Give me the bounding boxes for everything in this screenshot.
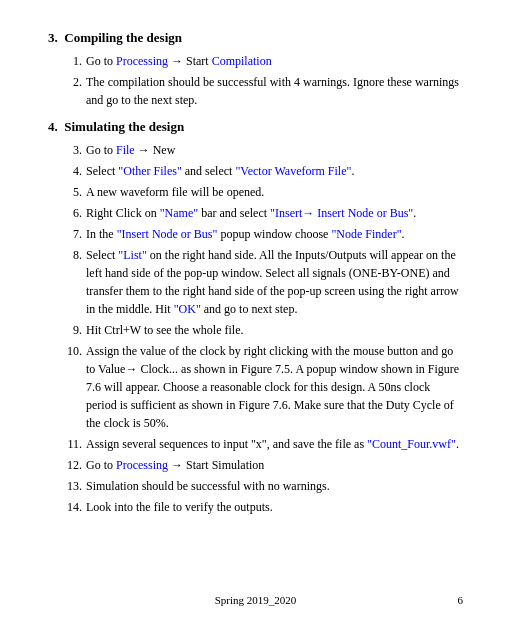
item-content: A new waveform file will be opened. <box>86 183 463 201</box>
link-count-four: "Count_Four.vwf" <box>367 437 456 451</box>
section-3-heading: 3. Compiling the design <box>48 30 463 46</box>
list-item: 6. Right Click on "Name" bar and select … <box>64 204 463 222</box>
footer-page: 6 <box>458 594 464 606</box>
item-num: 8. <box>64 246 82 318</box>
item-num: 13. <box>64 477 82 495</box>
link-file: File <box>116 143 135 157</box>
link-processing: Processing <box>116 54 168 68</box>
item-num: 12. <box>64 456 82 474</box>
section-4: 4. Simulating the design 3. Go to File →… <box>48 119 463 516</box>
section-3-number: 3. <box>48 30 58 45</box>
list-item: 2. The compilation should be successful … <box>64 73 463 109</box>
sections-list: 3. Compiling the design 1. Go to Process… <box>48 30 463 516</box>
item-num: 9. <box>64 321 82 339</box>
link-node-finder: "Node Finder" <box>331 227 401 241</box>
link-name: "Name" <box>160 206 198 220</box>
list-item: 8. Select "List" on the right hand side.… <box>64 246 463 318</box>
section-4-title: Simulating the design <box>64 119 184 134</box>
item-content: Simulation should be successful with no … <box>86 477 463 495</box>
item-num: 7. <box>64 225 82 243</box>
link-insert-node: "Insert→ Insert Node or Bus" <box>270 206 413 220</box>
item-num: 5. <box>64 183 82 201</box>
item-content: Right Click on "Name" bar and select "In… <box>86 204 463 222</box>
link-insert-node-bus: "Insert Node or Bus" <box>117 227 218 241</box>
section-3: 3. Compiling the design 1. Go to Process… <box>48 30 463 109</box>
item-content: Select "Other Files" and select "Vector … <box>86 162 463 180</box>
item-content: In the "Insert Node or Bus" popup window… <box>86 225 463 243</box>
list-item: 13. Simulation should be successful with… <box>64 477 463 495</box>
item-num: 4. <box>64 162 82 180</box>
item-content: Select "List" on the right hand side. Al… <box>86 246 463 318</box>
link-compilation: Compilation <box>212 54 272 68</box>
item-content: Go to File → New <box>86 141 463 159</box>
item-num: 6. <box>64 204 82 222</box>
section-4-number: 4. <box>48 119 58 134</box>
item-content: Go to Processing → Start Simulation <box>86 456 463 474</box>
item-content: Hit Ctrl+W to see the whole file. <box>86 321 463 339</box>
link-vwf: "Vector Waveform File" <box>235 164 351 178</box>
item-num: 11. <box>64 435 82 453</box>
link-list: "List" <box>118 248 146 262</box>
list-item: 3. Go to File → New <box>64 141 463 159</box>
section-3-title: Compiling the design <box>64 30 182 45</box>
link-ok: "OK" <box>174 302 201 316</box>
page-number: 6 <box>458 594 464 606</box>
list-item: 10. Assign the value of the clock by rig… <box>64 342 463 432</box>
list-item: 1. Go to Processing → Start Compilation <box>64 52 463 70</box>
list-item: 12. Go to Processing → Start Simulation <box>64 456 463 474</box>
item-num: 1. <box>64 52 82 70</box>
item-content: Look into the file to verify the outputs… <box>86 498 463 516</box>
item-content: The compilation should be successful wit… <box>86 73 463 109</box>
item-num: 14. <box>64 498 82 516</box>
section-3-items: 1. Go to Processing → Start Compilation … <box>48 52 463 109</box>
section-4-items: 3. Go to File → New 4. Select "Other Fil… <box>48 141 463 516</box>
item-num: 3. <box>64 141 82 159</box>
item-content: Go to Processing → Start Compilation <box>86 52 463 70</box>
list-item: 11. Assign several sequences to input "x… <box>64 435 463 453</box>
item-num: 2. <box>64 73 82 109</box>
link-processing-2: Processing <box>116 458 168 472</box>
footer-center: Spring 2019_2020 <box>0 594 511 606</box>
item-num: 10. <box>64 342 82 432</box>
footer-text: Spring 2019_2020 <box>215 594 297 606</box>
section-4-heading: 4. Simulating the design <box>48 119 463 135</box>
page: 3. Compiling the design 1. Go to Process… <box>0 0 511 624</box>
link-other-files: "Other Files" <box>118 164 181 178</box>
list-item: 7. In the "Insert Node or Bus" popup win… <box>64 225 463 243</box>
list-item: 5. A new waveform file will be opened. <box>64 183 463 201</box>
list-item: 4. Select "Other Files" and select "Vect… <box>64 162 463 180</box>
item-content: Assign the value of the clock by right c… <box>86 342 463 432</box>
list-item: 14. Look into the file to verify the out… <box>64 498 463 516</box>
item-content: Assign several sequences to input "x", a… <box>86 435 463 453</box>
list-item: 9. Hit Ctrl+W to see the whole file. <box>64 321 463 339</box>
